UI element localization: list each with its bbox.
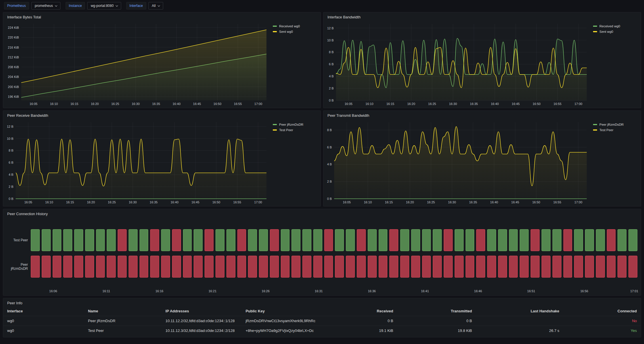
peer-receive-bandwidth-chart[interactable]: 0 B2 B4 B6 B8 B10 B12 B16:0516:1016:1516… bbox=[5, 119, 269, 205]
state-bar bbox=[422, 229, 431, 251]
legend-marker bbox=[273, 31, 277, 32]
timeline-axis-tick: 16:16 bbox=[155, 289, 163, 293]
y-axis-tick: 0 B bbox=[9, 197, 14, 200]
x-axis-tick: 16:40 bbox=[171, 200, 179, 204]
state-bar bbox=[53, 229, 62, 251]
state-bar bbox=[53, 256, 62, 278]
table-cell: 10.11.12.2/32,fdfd:d3ad:c0de:1234::1/128 bbox=[161, 316, 241, 326]
chart-svg[interactable]: 0 B2 B4 B6 B8 B10 B12 B16:0516:1016:1516… bbox=[5, 119, 269, 205]
state-bar bbox=[205, 229, 214, 251]
chart-svg[interactable]: 196 KiB200 KiB204 KiB208 KiB212 KiB216 K… bbox=[5, 21, 269, 107]
panel-title[interactable]: Interface Bytes Total bbox=[3, 12, 321, 20]
timeline-axis-tick: 16:21 bbox=[209, 289, 217, 293]
var-picker-prometheus[interactable]: prometheus bbox=[31, 2, 60, 9]
column-header[interactable]: Public Key bbox=[241, 306, 328, 316]
panel-title[interactable]: Peer Transmit Bandwidth bbox=[323, 111, 641, 119]
legend-item[interactable]: Sent wg0 bbox=[273, 30, 318, 33]
peer-transmit-bandwidth-chart[interactable]: 0 B2 B4 B6 B8 B16:0516:1016:1516:2016:25… bbox=[325, 119, 589, 205]
y-axis-tick: 0 B bbox=[327, 197, 332, 200]
var-picker-interface[interactable]: All bbox=[148, 2, 163, 9]
legend-item[interactable]: Peer jRzmDsDR bbox=[593, 123, 638, 126]
timeline-row-label: Test Peer bbox=[3, 238, 29, 242]
var-picker-instance-value: wg-portal:8080 bbox=[91, 4, 113, 8]
chart-legend: Peer jRzmDsDRTest Peer bbox=[589, 119, 639, 205]
column-header[interactable]: Transmitted bbox=[397, 306, 476, 316]
chart-svg[interactable]: 0 B2 B4 B6 B8 B16:0516:1016:1516:2016:25… bbox=[325, 119, 589, 205]
state-bar bbox=[85, 229, 94, 251]
legend-item[interactable]: Sent wg0 bbox=[593, 30, 638, 33]
x-axis-tick: 17:00 bbox=[574, 102, 582, 106]
timeline-axis-tick: 16:56 bbox=[580, 289, 588, 293]
state-bar bbox=[335, 256, 344, 278]
state-bar bbox=[520, 256, 529, 278]
state-bar bbox=[357, 256, 366, 278]
column-header[interactable]: Interface bbox=[3, 306, 84, 316]
state-bar bbox=[444, 229, 453, 251]
state-bar bbox=[259, 256, 268, 278]
state-bar bbox=[618, 256, 626, 278]
state-bar bbox=[302, 229, 311, 251]
series-area bbox=[334, 127, 587, 199]
x-axis-tick: 16:25 bbox=[428, 102, 436, 106]
table-cell: Yes bbox=[563, 326, 641, 336]
panel-title[interactable]: Peer Info bbox=[3, 298, 641, 306]
panel-title[interactable]: Peer Receive Bandwidth bbox=[3, 111, 321, 119]
state-bar bbox=[161, 256, 170, 278]
state-bar bbox=[270, 256, 279, 278]
table-cell: 26.7 s bbox=[476, 326, 563, 336]
panel-title[interactable]: Interface Bandwidth bbox=[323, 12, 641, 20]
table-cell: 19.1 KiB bbox=[328, 326, 397, 336]
column-header[interactable]: Name bbox=[84, 306, 161, 316]
state-bar bbox=[368, 229, 377, 251]
legend-label: Sent wg0 bbox=[599, 30, 613, 33]
legend-label: Test Peer bbox=[599, 128, 613, 132]
legend-marker bbox=[273, 26, 277, 27]
y-axis-tick: 204 KiB bbox=[8, 75, 19, 79]
state-bar bbox=[357, 229, 366, 251]
var-picker-interface-value: All bbox=[152, 4, 156, 8]
state-bar bbox=[487, 256, 496, 278]
x-axis-tick: 16:35 bbox=[152, 102, 160, 106]
x-axis-tick: 16:05 bbox=[24, 200, 32, 204]
legend-item[interactable]: Received wg0 bbox=[593, 24, 638, 28]
chevron-down-icon bbox=[158, 4, 160, 6]
legend-marker bbox=[273, 124, 277, 125]
legend-item[interactable]: Test Peer bbox=[593, 128, 638, 132]
x-axis-tick: 16:55 bbox=[234, 102, 242, 106]
x-axis-tick: 16:05 bbox=[344, 102, 353, 106]
x-axis-tick: 16:15 bbox=[386, 102, 395, 106]
table-header-row: InterfaceNameIP AddressesPublic KeyRecei… bbox=[3, 306, 641, 316]
state-bar bbox=[411, 229, 420, 251]
x-axis-tick: 16:20 bbox=[91, 102, 99, 106]
column-header[interactable]: IP Addresses bbox=[161, 306, 241, 316]
x-axis-tick: 16:25 bbox=[108, 200, 116, 204]
timeline-axis-tick: 16:31 bbox=[315, 289, 323, 293]
state-bar bbox=[63, 229, 72, 251]
x-axis-tick: 16:20 bbox=[87, 200, 95, 204]
interface-bandwidth-chart[interactable]: 0 B2 B4 B6 B8 B10 B12 B16:0516:1016:1516… bbox=[325, 21, 589, 107]
legend-item[interactable]: Received wg0 bbox=[273, 24, 318, 28]
var-picker-instance[interactable]: wg-portal:8080 bbox=[87, 2, 121, 9]
panel-title[interactable]: Peer Connection History bbox=[3, 209, 641, 217]
y-axis-tick: 2 B bbox=[329, 87, 334, 90]
state-bar bbox=[107, 256, 116, 278]
panel-peer-connection-history: Peer Connection History Test PeerPeer jR… bbox=[3, 209, 641, 296]
x-axis-tick: 17:00 bbox=[254, 102, 262, 106]
chart-legend: Received wg0Sent wg0 bbox=[269, 21, 318, 107]
state-bar bbox=[455, 229, 464, 251]
legend-item[interactable]: Peer jRzmDsDR bbox=[273, 123, 318, 126]
chart-svg[interactable]: 0 B2 B4 B6 B8 B10 B12 B16:0516:1016:1516… bbox=[325, 21, 589, 107]
x-axis-tick: 16:10 bbox=[50, 102, 58, 106]
x-axis-tick: 16:50 bbox=[212, 200, 220, 204]
legend-item[interactable]: Test Peer bbox=[273, 128, 318, 132]
column-header[interactable]: Connected bbox=[563, 306, 641, 316]
y-axis-tick: 2 B bbox=[327, 180, 332, 183]
column-header[interactable]: Last Handshake bbox=[476, 306, 563, 316]
state-bar bbox=[42, 256, 51, 278]
column-header[interactable]: Received bbox=[328, 306, 397, 316]
legend-label: Peer jRzmDsDR bbox=[599, 123, 624, 126]
state-bar bbox=[107, 229, 116, 251]
interface-bytes-total-chart[interactable]: 196 KiB200 KiB204 KiB208 KiB212 KiB216 K… bbox=[5, 21, 269, 107]
state-bar bbox=[498, 256, 507, 278]
state-bar bbox=[118, 229, 127, 251]
